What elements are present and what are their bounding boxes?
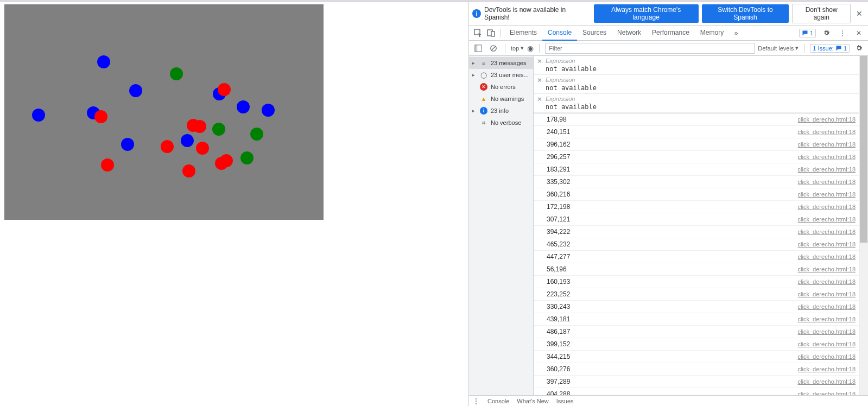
switch-language-button[interactable]: Switch DevTools to Spanish: [702, 4, 789, 23]
filter-input[interactable]: [545, 43, 755, 54]
kebab-icon[interactable]: ⋮: [837, 27, 848, 39]
clear-console-icon[interactable]: [487, 42, 499, 54]
drawer-tab-whatsnew[interactable]: What's New: [517, 398, 548, 404]
log-source-link[interactable]: click_derecho.html:18: [798, 339, 856, 349]
inspect-icon[interactable]: [472, 27, 484, 39]
tab-memory[interactable]: Memory: [695, 26, 729, 40]
log-source-link[interactable]: click_derecho.html:18: [798, 377, 856, 386]
log-row[interactable]: 172,198 click_derecho.html:18: [534, 201, 859, 213]
dot[interactable]: [240, 151, 254, 164]
log-source-link[interactable]: click_derecho.html:18: [798, 277, 856, 287]
log-row[interactable]: 183,291 click_derecho.html:18: [534, 163, 859, 176]
log-row[interactable]: 330,243 click_derecho.html:18: [534, 301, 859, 313]
dot[interactable]: [182, 164, 195, 177]
log-source-link[interactable]: click_derecho.html:18: [798, 139, 856, 149]
messages-chip[interactable]: 1: [799, 29, 816, 37]
sidebar-item[interactable]: ✕ No errors: [469, 81, 533, 93]
tab-console[interactable]: Console: [542, 26, 577, 41]
sidebar-item[interactable]: ▸ ≡ 23 messages: [469, 57, 533, 69]
log-source-link[interactable]: click_derecho.html:18: [798, 115, 856, 124]
log-list[interactable]: 178,98 click_derecho.html:18240,151 clic…: [534, 113, 859, 395]
live-expression-row[interactable]: ✕ Expression not available: [534, 94, 859, 113]
dot[interactable]: [129, 84, 142, 97]
log-source-link[interactable]: click_derecho.html:18: [798, 314, 856, 324]
levels-selector[interactable]: Default levels ▾: [758, 45, 799, 52]
log-source-link[interactable]: click_derecho.html:18: [798, 327, 856, 337]
match-language-button[interactable]: Always match Chrome's language: [594, 4, 699, 23]
remove-expression-icon[interactable]: ✕: [537, 58, 542, 65]
more-tabs-icon[interactable]: »: [730, 27, 742, 39]
log-source-link[interactable]: click_derecho.html:18: [798, 352, 856, 361]
dot[interactable]: [161, 140, 174, 153]
log-source-link[interactable]: click_derecho.html:18: [798, 239, 856, 249]
context-selector[interactable]: top ▾: [511, 45, 524, 52]
log-source-link[interactable]: click_derecho.html:18: [798, 127, 856, 137]
tab-elements[interactable]: Elements: [504, 26, 542, 40]
tab-network[interactable]: Network: [612, 26, 647, 40]
live-expression-row[interactable]: ✕ Expression not available: [534, 56, 859, 75]
log-source-link[interactable]: click_derecho.html:18: [798, 289, 856, 299]
log-row[interactable]: 447,277 click_derecho.html:18: [534, 251, 859, 263]
log-row[interactable]: 439,181 click_derecho.html:18: [534, 313, 859, 326]
log-source-link[interactable]: click_derecho.html:18: [798, 164, 856, 174]
log-row[interactable]: 178,98 click_derecho.html:18: [534, 113, 859, 126]
settings-icon[interactable]: [820, 27, 832, 39]
log-source-link[interactable]: click_derecho.html:18: [798, 252, 856, 262]
dont-show-button[interactable]: Don't show again: [792, 4, 851, 23]
close-infobar-icon[interactable]: ✕: [854, 9, 865, 18]
scrollbar[interactable]: [859, 56, 868, 395]
log-source-link[interactable]: click_derecho.html:18: [798, 152, 856, 162]
log-source-link[interactable]: click_derecho.html:18: [798, 177, 856, 187]
dot[interactable]: [196, 142, 209, 155]
drawer-tab-console[interactable]: Console: [487, 398, 509, 404]
tab-performance[interactable]: Performance: [647, 26, 695, 40]
log-row[interactable]: 344,215 click_derecho.html:18: [534, 351, 859, 363]
log-row[interactable]: 307,121 click_derecho.html:18: [534, 213, 859, 226]
live-expression-icon[interactable]: ◉: [527, 44, 534, 53]
log-row[interactable]: 396,162 click_derecho.html:18: [534, 138, 859, 151]
log-row[interactable]: 465,232 click_derecho.html:18: [534, 238, 859, 251]
log-row[interactable]: 160,193 click_derecho.html:18: [534, 276, 859, 288]
log-source-link[interactable]: click_derecho.html:18: [798, 264, 856, 274]
dot[interactable]: [193, 120, 206, 133]
dot[interactable]: [220, 154, 233, 167]
sidebar-item[interactable]: ▸ ◯ 23 user mes...: [469, 69, 533, 81]
sidebar-item[interactable]: ▲ No warnings: [469, 93, 533, 105]
dot[interactable]: [121, 138, 134, 151]
sidebar-item[interactable]: ▸ i 23 info: [469, 105, 533, 117]
log-source-link[interactable]: click_derecho.html:18: [798, 214, 856, 224]
log-source-link[interactable]: click_derecho.html:18: [798, 389, 856, 395]
log-source-link[interactable]: click_derecho.html:18: [798, 189, 856, 199]
log-row[interactable]: 56,196 click_derecho.html:18: [534, 263, 859, 276]
log-row[interactable]: 335,302 click_derecho.html:18: [534, 176, 859, 188]
device-toggle-icon[interactable]: [485, 27, 497, 39]
log-source-link[interactable]: click_derecho.html:18: [798, 227, 856, 237]
log-row[interactable]: 399,152 click_derecho.html:18: [534, 338, 859, 351]
tab-sources[interactable]: Sources: [577, 26, 612, 40]
dot[interactable]: [237, 100, 250, 113]
canvas-area[interactable]: [4, 4, 324, 220]
log-row[interactable]: 360,216 click_derecho.html:18: [534, 188, 859, 201]
drawer-tab-issues[interactable]: Issues: [556, 398, 574, 404]
log-row[interactable]: 486,187 click_derecho.html:18: [534, 326, 859, 338]
toggle-sidebar-icon[interactable]: [472, 42, 484, 54]
log-source-link[interactable]: click_derecho.html:18: [798, 202, 856, 212]
dot[interactable]: [262, 104, 275, 117]
live-expression-row[interactable]: ✕ Expression not available: [534, 75, 859, 94]
log-row[interactable]: 240,151 click_derecho.html:18: [534, 126, 859, 138]
log-row[interactable]: 296,257 click_derecho.html:18: [534, 151, 859, 163]
drawer-kebab-icon[interactable]: ⋮: [472, 397, 480, 405]
remove-expression-icon[interactable]: ✕: [537, 77, 542, 84]
log-row[interactable]: 404,288 click_derecho.html:18: [534, 388, 859, 395]
log-row[interactable]: 360,276 click_derecho.html:18: [534, 363, 859, 376]
log-row[interactable]: 223,252 click_derecho.html:18: [534, 288, 859, 301]
close-devtools-icon[interactable]: ✕: [853, 27, 865, 39]
log-row[interactable]: 397,289 click_derecho.html:18: [534, 376, 859, 388]
console-settings-icon[interactable]: [853, 42, 865, 54]
dot[interactable]: [170, 67, 183, 80]
dot[interactable]: [101, 158, 114, 172]
dot[interactable]: [97, 55, 110, 68]
dot[interactable]: [94, 110, 107, 123]
log-source-link[interactable]: click_derecho.html:18: [798, 364, 856, 374]
log-row[interactable]: 394,222 click_derecho.html:18: [534, 226, 859, 238]
